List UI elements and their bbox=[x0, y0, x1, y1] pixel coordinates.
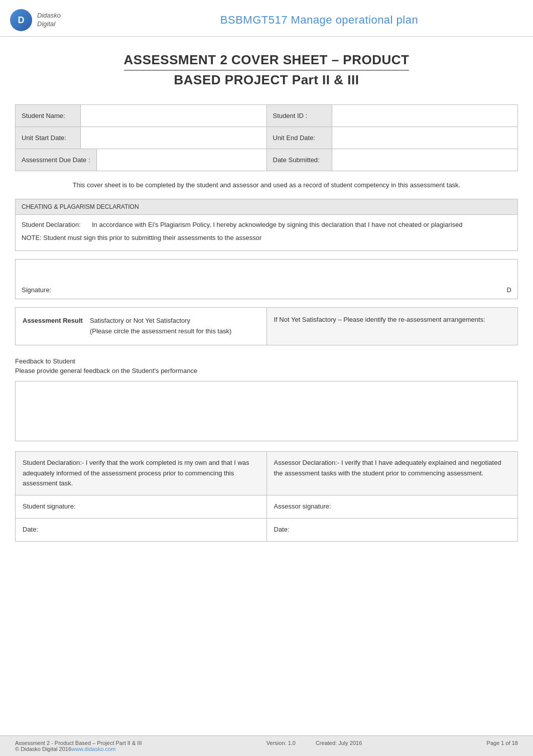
student-decl-header: Student Declaration:- I verify that the … bbox=[16, 452, 266, 495]
form-row-1: Student Name: Student ID : bbox=[16, 105, 517, 127]
due-date-label: Assessment Due Date : bbox=[16, 149, 97, 171]
unit-start-label: Unit Start Date: bbox=[16, 127, 81, 149]
logo-icon: D bbox=[10, 9, 32, 31]
student-decl-text: In accordance with Ei's Plagiarism Polic… bbox=[92, 220, 511, 230]
result-label: Assessment Result bbox=[23, 316, 83, 326]
student-id-value[interactable] bbox=[332, 105, 518, 127]
header-title: BSBMGT517 Manage operational plan bbox=[120, 14, 518, 27]
logo-area: D Didasko Digital bbox=[10, 9, 120, 31]
form-row-2: Unit Start Date: Unit End Date: bbox=[16, 127, 517, 149]
result-content: Satisfactory or Not Yet Satisfactory (Pl… bbox=[90, 316, 232, 337]
student-name-label: Student Name: bbox=[16, 105, 81, 127]
signature-date-label: D bbox=[507, 286, 511, 294]
header: D Didasko Digital BSBMGT517 Manage opera… bbox=[0, 0, 533, 37]
unit-end-value[interactable] bbox=[332, 127, 518, 149]
due-date-value[interactable] bbox=[97, 149, 266, 171]
declaration-note: NOTE: Student must sign this prior to su… bbox=[22, 233, 511, 243]
main-title: ASSESSMENT 2 COVER SHEET – PRODUCT BASED… bbox=[0, 37, 533, 99]
logo-text: Didasko Digital bbox=[37, 12, 61, 29]
date-submitted-label: Date Submitted: bbox=[267, 149, 332, 171]
feedback-section: Feedback to Student Please provide gener… bbox=[15, 353, 518, 441]
declaration-body: Student Declaration: In accordance with … bbox=[15, 214, 518, 251]
feedback-header: Feedback to Student Please provide gener… bbox=[15, 353, 518, 379]
signature-label: Signature: bbox=[22, 286, 51, 294]
student-date-cell: Date: bbox=[16, 519, 266, 541]
desc-text: This cover sheet is to be completed by t… bbox=[15, 180, 518, 191]
if-not-satisfactory-text: If Not Yet Satisfactory – Please identif… bbox=[274, 315, 511, 325]
declaration-section: CHEATING & PLAGARISM DECLARATION Student… bbox=[15, 199, 518, 251]
assessor-sig-cell: Assessor signature: bbox=[266, 495, 518, 518]
footer-right: Page 1 of 18 bbox=[487, 740, 518, 752]
footer-center: Version: 1.0 Created: July 2016 bbox=[266, 740, 362, 752]
title-line2: BASED PROJECT Part II & III bbox=[174, 72, 359, 87]
declaration-student-row: Student Declaration: In accordance with … bbox=[22, 220, 511, 230]
result-right-panel: If Not Yet Satisfactory – Please identif… bbox=[267, 308, 518, 345]
feedback-box[interactable] bbox=[15, 381, 518, 441]
footer-website-link[interactable]: www.didasko.com bbox=[71, 746, 115, 752]
bottom-sig-row: Student signature: Assessor signature: bbox=[16, 495, 517, 519]
unit-end-label: Unit End Date: bbox=[267, 127, 332, 149]
bottom-date-row: Date: Date: bbox=[16, 519, 517, 541]
unit-start-value[interactable] bbox=[81, 127, 266, 149]
footer: Assessment 2 - Product Based – Project P… bbox=[0, 735, 533, 756]
assessor-date-cell: Date: bbox=[266, 519, 518, 541]
student-id-cell: Student ID : bbox=[266, 105, 518, 127]
student-name-cell: Student Name: bbox=[16, 105, 266, 127]
bottom-decl-row: Student Declaration:- I verify that the … bbox=[16, 452, 517, 495]
student-decl-label: Student Declaration: bbox=[22, 220, 92, 230]
date-submitted-cell: Date Submitted: bbox=[266, 149, 518, 171]
result-left-header: Assessment Result Satisfactory or Not Ye… bbox=[23, 316, 259, 337]
feedback-title: Feedback to Student bbox=[15, 356, 518, 366]
form-table: Student Name: Student ID : Unit Start Da… bbox=[15, 104, 518, 171]
date-submitted-value[interactable] bbox=[332, 149, 518, 171]
student-sig-cell: Student signature: bbox=[16, 495, 266, 518]
bottom-declarations-table: Student Declaration:- I verify that the … bbox=[15, 451, 518, 542]
title-line1: ASSESSMENT 2 COVER SHEET – PRODUCT bbox=[124, 51, 410, 71]
page: D Didasko Digital BSBMGT517 Manage opera… bbox=[0, 0, 533, 756]
footer-version: Version: 1.0 bbox=[266, 740, 296, 752]
assessor-decl-header: Assessor Declaration:- I verify that I h… bbox=[266, 452, 518, 495]
feedback-subtitle: Please provide general feedback on the S… bbox=[15, 366, 518, 376]
form-row-3: Assessment Due Date : Date Submitted: bbox=[16, 149, 517, 171]
student-name-value[interactable] bbox=[81, 105, 266, 127]
unit-end-cell: Unit End Date: bbox=[266, 127, 518, 149]
student-id-label: Student ID : bbox=[267, 105, 332, 127]
footer-copyright: © Didasko Digital 2016www.didasko.com bbox=[15, 746, 142, 752]
footer-page: Page 1 of 18 bbox=[487, 740, 518, 746]
footer-assessment-text: Assessment 2 - Product Based – Project P… bbox=[15, 740, 142, 746]
footer-created: Created: July 2016 bbox=[316, 740, 362, 752]
satisfactory-text: Satisfactory or Not Yet Satisfactory bbox=[90, 316, 232, 326]
signature-area: Signature: D bbox=[15, 259, 518, 299]
footer-left: Assessment 2 - Product Based – Project P… bbox=[15, 740, 142, 752]
unit-start-cell: Unit Start Date: bbox=[16, 127, 266, 149]
please-circle-text: (Please circle the assessment result for… bbox=[90, 326, 232, 337]
due-date-cell: Assessment Due Date : bbox=[16, 149, 266, 171]
assessment-result-section: Assessment Result Satisfactory or Not Ye… bbox=[15, 307, 518, 345]
result-left-panel: Assessment Result Satisfactory or Not Ye… bbox=[16, 308, 267, 345]
declaration-header: CHEATING & PLAGARISM DECLARATION bbox=[15, 199, 518, 214]
